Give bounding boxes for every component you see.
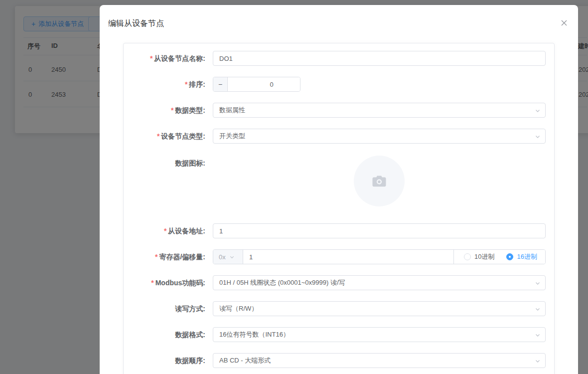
select-value: 16位有符号数（INT16） xyxy=(219,330,290,339)
chevron-down-icon xyxy=(535,134,541,140)
select-value: AB CD - 大端形式 xyxy=(219,356,271,365)
form-row-slave-node-name: *从设备节点名称: xyxy=(124,51,554,66)
form-row-node-type: *设备节点类型: 开关类型 xyxy=(124,129,554,144)
camera-icon xyxy=(370,172,388,190)
edit-form: *从设备节点名称: *排序: − + *数据类型: xyxy=(124,43,554,368)
data-icon-upload[interactable] xyxy=(354,156,405,206)
radix-radio-group: 10进制 16进制 xyxy=(453,250,545,264)
select-value: 读写（R/W） xyxy=(219,304,258,313)
radio-circle-icon xyxy=(464,253,471,260)
edit-slave-node-dialog: 编辑从设备节点 *从设备节点名称: *排序: − + xyxy=(100,5,578,374)
form-row-data-format: 数据格式: 16位有符号数（INT16） xyxy=(124,327,554,342)
register-offset-input[interactable] xyxy=(243,250,453,264)
field-label: 排序: xyxy=(189,80,205,88)
required-marker: * xyxy=(155,253,157,261)
field-label: 数据格式: xyxy=(175,331,205,339)
chevron-down-icon xyxy=(535,108,541,114)
form-row-data-type: *数据类型: 数据属性 xyxy=(124,103,554,118)
field-label: 寄存器/偏移量: xyxy=(159,253,205,261)
select-value: 开关类型 xyxy=(219,132,245,141)
form-panel: *从设备节点名称: *排序: − + *数据类型: xyxy=(123,43,555,374)
select-value: 数据属性 xyxy=(219,106,245,115)
required-marker: * xyxy=(151,279,153,287)
form-row-data-order: 数据顺序: AB CD - 大端形式 xyxy=(124,353,554,368)
form-row-modbus-function: *Modbus功能码: 01H / 05H 线圈状态 (0x0001~0x999… xyxy=(124,275,554,290)
modbus-function-select[interactable]: 01H / 05H 线圈状态 (0x0001~0x9999) 读/写 xyxy=(213,275,546,290)
radio-decimal[interactable]: 10进制 xyxy=(464,252,494,261)
required-marker: * xyxy=(171,106,173,114)
field-label: 从设备节点名称: xyxy=(154,54,205,62)
required-marker: * xyxy=(185,80,187,88)
field-label: 设备节点类型: xyxy=(161,132,205,140)
radio-label: 16进制 xyxy=(517,252,537,261)
field-label: 读写方式: xyxy=(175,305,205,313)
node-type-select[interactable]: 开关类型 xyxy=(213,129,546,144)
radio-hexadecimal[interactable]: 16进制 xyxy=(506,252,537,261)
form-row-data-icon: 数据图标: xyxy=(124,156,554,206)
slave-address-input[interactable] xyxy=(213,223,546,238)
rw-mode-select[interactable]: 读写（R/W） xyxy=(213,301,546,316)
data-order-select[interactable]: AB CD - 大端形式 xyxy=(213,353,546,368)
prefix-value: 0x xyxy=(219,253,226,261)
hex-prefix-select[interactable]: 0x xyxy=(213,250,243,264)
data-format-select[interactable]: 16位有符号数（INT16） xyxy=(213,327,546,342)
required-marker: * xyxy=(150,54,152,62)
form-row-register-offset: *寄存器/偏移量: 0x 10进制 xyxy=(124,249,554,264)
field-label: 从设备地址: xyxy=(168,227,205,235)
field-label: 数据类型: xyxy=(175,106,205,114)
radio-circle-icon xyxy=(506,253,513,260)
required-marker: * xyxy=(164,227,166,235)
chevron-down-icon xyxy=(535,306,541,312)
form-row-sort: *排序: − + xyxy=(124,77,554,92)
form-row-slave-address: *从设备地址: xyxy=(124,223,554,238)
field-label: 数据顺序: xyxy=(175,357,205,365)
radio-label: 10进制 xyxy=(474,252,494,261)
sort-input[interactable] xyxy=(228,77,300,91)
chevron-down-icon xyxy=(229,254,235,260)
decrease-button[interactable]: − xyxy=(213,77,228,91)
chevron-down-icon xyxy=(535,332,541,338)
sort-stepper: − + xyxy=(213,77,300,92)
register-offset-group: 0x 10进制 16进制 xyxy=(213,249,546,264)
form-row-rw-mode: 读写方式: 读写（R/W） xyxy=(124,301,554,316)
chevron-down-icon xyxy=(535,358,541,364)
dialog-title: 编辑从设备节点 xyxy=(108,18,164,29)
required-marker: * xyxy=(157,132,159,140)
data-type-select[interactable]: 数据属性 xyxy=(213,103,546,118)
close-icon[interactable] xyxy=(560,19,568,27)
slave-node-name-input[interactable] xyxy=(213,51,546,66)
field-label: 数据图标: xyxy=(175,159,205,167)
field-label: Modbus功能码: xyxy=(155,279,205,287)
chevron-down-icon xyxy=(535,280,541,286)
select-value: 01H / 05H 线圈状态 (0x0001~0x9999) 读/写 xyxy=(219,278,345,287)
